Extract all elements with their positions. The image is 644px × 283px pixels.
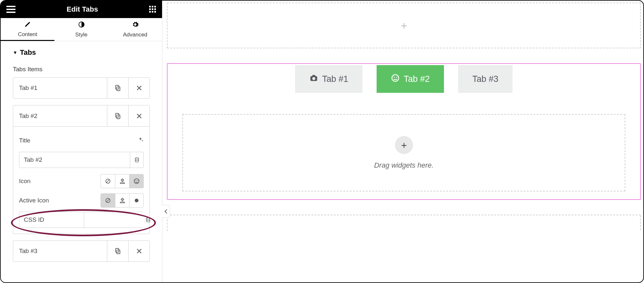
section-toggle-tabs[interactable]: ▼ Tabs [13, 48, 150, 57]
tabs-widget-selected[interactable]: Tab #1 Tab #2 Tab #3 ＋ Drag widgets here… [167, 63, 641, 200]
svg-rect-8 [154, 11, 156, 13]
svg-rect-4 [152, 8, 153, 10]
contrast-icon [78, 21, 85, 30]
duplicate-button[interactable] [107, 105, 128, 126]
active-icon-none-option[interactable] [101, 194, 115, 207]
duplicate-button[interactable] [107, 241, 128, 261]
dropzone-hint: Drag widgets here. [374, 161, 434, 170]
tab-advanced[interactable]: Advanced [108, 18, 162, 41]
svg-rect-22 [117, 250, 120, 254]
tab-item-row: Tab #1 [13, 77, 150, 99]
css-id-input[interactable] [84, 212, 145, 228]
sidebar-header: Edit Tabs [1, 1, 162, 18]
icon-upload-option[interactable] [115, 174, 129, 188]
active-icon-label: Active Icon [19, 197, 49, 204]
title-control-row: Title [19, 132, 144, 149]
svg-rect-12 [117, 115, 120, 119]
svg-rect-26 [312, 75, 315, 76]
svg-rect-6 [149, 11, 151, 13]
gear-icon [132, 21, 139, 30]
editor-sidebar: Edit Tabs Content Style Advanced ▼ Tabs … [1, 1, 162, 282]
section-dropzone-top[interactable]: ＋ [167, 3, 641, 48]
tab-content[interactable]: Content [1, 18, 54, 41]
panel-tab-label: Content [18, 31, 37, 38]
svg-rect-7 [152, 11, 153, 13]
sidebar-title: Edit Tabs [67, 5, 98, 14]
svg-rect-2 [154, 6, 156, 7]
svg-point-16 [134, 179, 139, 184]
tabs-nav: Tab #1 Tab #2 Tab #3 [168, 64, 640, 93]
icon-none-option[interactable] [101, 174, 115, 188]
dynamic-data-icon[interactable] [145, 217, 151, 223]
editor-canvas: ＋ Tab #1 Tab #2 Tab #3 ＋ Drag widgets he… [162, 1, 643, 282]
svg-point-25 [312, 77, 315, 80]
svg-rect-0 [149, 6, 151, 7]
svg-rect-10 [117, 87, 120, 91]
tab-item-title[interactable]: Tab #2 [13, 105, 107, 126]
icon-label: Icon [19, 178, 31, 185]
tab-item-title[interactable]: Tab #1 [13, 78, 107, 98]
add-widget-button[interactable]: ＋ [395, 136, 413, 154]
tab-style[interactable]: Style [54, 18, 108, 41]
menu-icon[interactable] [6, 6, 15, 13]
icon-control-row: Icon [19, 173, 144, 189]
tab-nav-label: Tab #2 [404, 74, 430, 84]
svg-point-27 [392, 74, 399, 81]
camera-icon [309, 73, 318, 85]
active-icon-control-row: Active Icon [19, 192, 144, 209]
tab-item-row: Tab #2 [13, 105, 149, 127]
smile-icon [391, 73, 400, 85]
add-section-icon[interactable]: ＋ [399, 18, 409, 33]
svg-point-20 [135, 199, 139, 202]
css-id-label: CSS ID [19, 216, 84, 223]
widget-dropzone[interactable]: ＋ Drag widgets here. [182, 114, 625, 191]
tab-item-title[interactable]: Tab #3 [13, 241, 107, 261]
svg-rect-23 [115, 249, 119, 252]
remove-button[interactable] [128, 241, 149, 261]
icon-library-option[interactable] [129, 174, 143, 188]
css-id-row: CSS ID [19, 212, 144, 228]
svg-rect-3 [149, 8, 151, 10]
svg-point-18 [137, 180, 138, 181]
panel-tabs: Content Style Advanced [1, 18, 162, 41]
svg-rect-13 [115, 113, 119, 117]
tabs-items-label: Tabs Items [13, 66, 150, 73]
svg-point-21 [147, 218, 150, 219]
active-icon-options [101, 193, 144, 208]
title-input-wrap [19, 152, 144, 168]
panel-tab-label: Style [75, 32, 88, 38]
active-icon-library-option[interactable] [129, 194, 143, 207]
svg-rect-1 [152, 6, 153, 7]
icon-options [101, 174, 144, 188]
duplicate-button[interactable] [107, 78, 128, 98]
title-label: Title [19, 137, 30, 144]
section-title: Tabs [20, 48, 36, 57]
ai-sparkle-icon[interactable] [137, 137, 144, 144]
tab-nav-1[interactable]: Tab #1 [295, 65, 362, 93]
widgets-grid-icon[interactable] [149, 6, 156, 13]
panel-tab-label: Advanced [123, 32, 148, 38]
tab-nav-label: Tab #1 [322, 74, 348, 84]
tab-nav-label: Tab #3 [472, 74, 498, 84]
tab-nav-3[interactable]: Tab #3 [458, 65, 513, 93]
svg-rect-5 [154, 8, 156, 10]
tab-content-area: ＋ Drag widgets here. [168, 93, 640, 199]
tab-item-expanded: Tab #2 Title Icon [13, 105, 150, 234]
tab-nav-2[interactable]: Tab #2 [377, 65, 444, 93]
remove-button[interactable] [128, 105, 149, 126]
svg-rect-11 [115, 85, 119, 89]
section-dropzone-bottom[interactable] [167, 215, 641, 231]
svg-point-28 [394, 77, 395, 78]
panel-body: ▼ Tabs Tabs Items Tab #1 Tab #2 Title [1, 41, 162, 268]
pencil-icon [24, 21, 31, 29]
tab-item-row: Tab #3 [13, 240, 150, 262]
collapse-sidebar-handle[interactable] [162, 205, 170, 218]
active-icon-upload-option[interactable] [115, 194, 129, 207]
svg-point-29 [396, 77, 397, 78]
svg-point-14 [135, 158, 139, 159]
remove-button[interactable] [128, 78, 149, 98]
dynamic-data-icon[interactable] [130, 152, 143, 168]
title-input[interactable] [19, 152, 130, 168]
caret-down-icon: ▼ [13, 50, 17, 55]
svg-point-17 [135, 180, 136, 181]
